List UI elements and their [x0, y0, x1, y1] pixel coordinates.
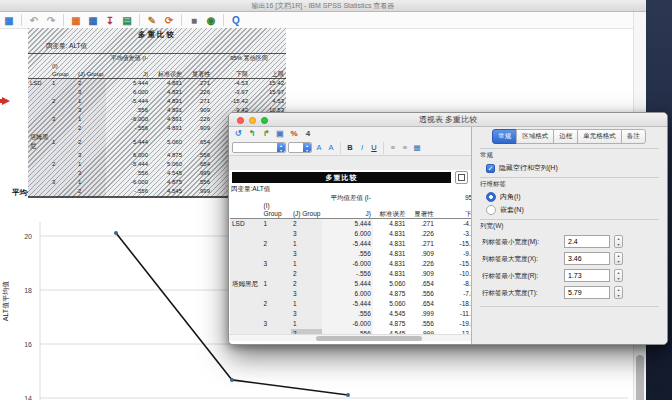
method-cell[interactable] [230, 309, 262, 319]
panel-tab-3[interactable]: 单元格格式 [577, 129, 622, 144]
mean-diff-cell[interactable]: -5.444 [322, 239, 372, 249]
pivot-table-caption[interactable]: 因变量:ALT值 [231, 185, 270, 194]
std-error-cell[interactable]: 5.060 [373, 279, 408, 289]
table-row[interactable]: 31-6.0004.875.556-19.06 [230, 319, 471, 329]
close-button[interactable] [237, 117, 244, 124]
j-group-cell[interactable]: 2 [291, 279, 323, 289]
align-center-button[interactable]: ≡ [400, 143, 410, 152]
table-row[interactable]: 3.5564.831.909-9.42 [230, 249, 471, 259]
i-group-cell[interactable] [50, 124, 76, 133]
ci-lower-cell[interactable]: -3.97 [436, 229, 471, 239]
i-group-cell[interactable] [50, 169, 76, 178]
align-left-button[interactable]: ≡ [388, 143, 398, 152]
method-cell[interactable]: LSD [28, 79, 50, 89]
table-row[interactable]: LSD125.4444.831.271-4.53 [230, 219, 471, 230]
mean-diff-cell[interactable]: -6.000 [322, 259, 372, 269]
i-group-cell[interactable]: 2 [262, 299, 291, 309]
sig-cell[interactable]: .556 [407, 289, 435, 299]
percent-icon[interactable]: % [289, 129, 299, 139]
mean-diff-cell[interactable]: .556 [322, 249, 372, 259]
sig-cell[interactable]: .654 [407, 279, 435, 289]
ci-lower-cell[interactable]: -3.97 [212, 88, 250, 97]
method-cell[interactable] [28, 151, 50, 160]
std-error-cell[interactable]: 4.545 [150, 169, 184, 178]
std-error-cell[interactable]: 4.831 [373, 239, 408, 249]
stepper-control[interactable]: ▴▾ [614, 286, 623, 299]
nested-radio[interactable] [486, 205, 496, 215]
grid-button[interactable]: ▦ [412, 143, 422, 152]
hide-empty-checkbox[interactable] [486, 164, 495, 173]
std-error-cell[interactable]: 5.060 [150, 133, 184, 151]
sig-cell[interactable]: .271 [184, 97, 212, 106]
pivot-horizontal-scrollbar[interactable] [229, 334, 471, 341]
method-cell[interactable] [28, 160, 50, 169]
j-group-cell[interactable]: 3 [291, 229, 323, 239]
table-row[interactable]: LSD125.4444.831.271-4.5315.42 [28, 79, 286, 89]
table-row[interactable]: 塔姆黑尼125.4445.060.654-8.06 [230, 279, 471, 289]
std-error-cell[interactable]: 4.545 [150, 187, 184, 197]
sig-cell[interactable]: .654 [184, 160, 212, 169]
insert-column-icon[interactable]: ↱ [261, 129, 271, 139]
table-row[interactable]: 21-5.4444.831.271-15.424.53 [28, 97, 286, 106]
stepper-down-icon[interactable]: ▾ [615, 276, 622, 282]
undo-icon[interactable]: ↺ [233, 129, 243, 139]
i-group-cell[interactable]: 2 [50, 160, 76, 169]
table-row[interactable]: 36.0004.875.556-7.06 [230, 289, 471, 299]
ci-upper-cell[interactable]: 4.53 [250, 97, 286, 106]
panel-tab-1[interactable]: 区域格式 [516, 129, 554, 144]
j-group-cell[interactable]: 3 [76, 106, 106, 115]
minimize-button[interactable] [249, 117, 256, 124]
i-group-cell[interactable]: 1 [50, 79, 76, 89]
bold-button[interactable]: B [345, 143, 355, 152]
std-error-cell[interactable]: 4.831 [373, 219, 408, 230]
method-cell[interactable] [28, 106, 50, 115]
ci-lower-cell[interactable]: -4.53 [436, 219, 471, 230]
ci-lower-cell[interactable]: -19.06 [436, 319, 471, 329]
method-cell[interactable]: 塔姆黑尼 [28, 133, 50, 151]
i-group-cell[interactable]: 1 [262, 279, 291, 289]
i-group-cell[interactable] [262, 249, 291, 259]
std-error-cell[interactable]: 4.875 [150, 151, 184, 160]
method-cell[interactable]: LSD [230, 219, 262, 230]
std-error-cell[interactable]: 5.060 [373, 299, 408, 309]
j-group-cell[interactable]: 1 [76, 115, 106, 124]
std-error-cell[interactable]: 4.831 [373, 259, 408, 269]
j-group-cell[interactable]: 3 [76, 88, 106, 97]
method-cell[interactable] [230, 319, 262, 329]
j-group-cell[interactable]: 2 [76, 187, 106, 197]
sig-cell[interactable]: .999 [184, 187, 212, 197]
panel-tab-4[interactable]: 备注 [621, 129, 646, 144]
ci-lower-cell[interactable]: -9.42 [436, 249, 471, 259]
i-group-cell[interactable]: 3 [50, 115, 76, 124]
width-input-2[interactable] [564, 269, 610, 282]
mean-diff-cell[interactable]: -6.000 [322, 319, 372, 329]
mean-diff-cell[interactable]: 5.444 [106, 133, 150, 151]
italic-button[interactable]: I [357, 143, 367, 152]
ci-lower-cell[interactable]: -18.95 [436, 299, 471, 309]
mean-diff-cell[interactable]: 6.000 [322, 229, 372, 239]
std-error-cell[interactable]: 4.875 [373, 289, 408, 299]
sig-cell[interactable]: .556 [184, 151, 212, 160]
ci-lower-cell[interactable]: -7.06 [436, 289, 471, 299]
zoom-button[interactable] [261, 117, 268, 124]
mean-diff-cell[interactable]: .556 [106, 106, 150, 115]
panel-tab-2[interactable]: 边框 [553, 129, 578, 144]
sig-cell[interactable]: .909 [407, 249, 435, 259]
j-group-cell[interactable]: 3 [291, 289, 323, 299]
i-group-cell[interactable] [50, 151, 76, 160]
panel-tab-0[interactable]: 常规 [492, 129, 517, 144]
sig-cell[interactable]: .226 [407, 229, 435, 239]
method-cell[interactable] [230, 249, 262, 259]
pivoting-tray-icon[interactable] [455, 171, 468, 184]
table-row[interactable]: 31-6.0004.831.226-15.97 [230, 259, 471, 269]
j-group-cell[interactable]: 1 [291, 319, 323, 329]
mean-diff-cell[interactable]: -5.444 [106, 160, 150, 169]
j-group-cell[interactable]: 1 [291, 259, 323, 269]
method-cell[interactable] [230, 229, 262, 239]
i-group-cell[interactable]: 2 [50, 97, 76, 106]
table-row[interactable]: 36.0004.831.226-3.9715.97 [28, 88, 286, 97]
sig-cell[interactable]: .556 [407, 319, 435, 329]
stepper-control[interactable]: ▴▾ [614, 235, 623, 248]
ci-lower-cell[interactable]: -10.53 [436, 269, 471, 279]
std-error-cell[interactable]: 4.875 [150, 178, 184, 187]
